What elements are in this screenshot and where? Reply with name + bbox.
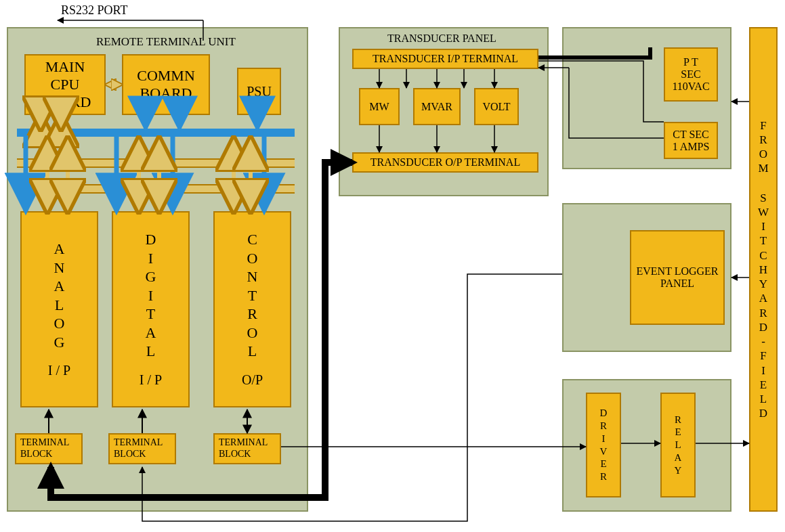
from-switchyard-field: FROM SWITCHYARD-FIELD [749, 27, 778, 512]
terminal-block-1: TERMINAL BLOCK [15, 433, 83, 464]
event-logger-box: EVENT LOGGER PANEL [630, 230, 725, 325]
commn-board: COMMN BOARD [122, 54, 210, 115]
tan-bus-1 [17, 158, 295, 168]
mw-box: MW [359, 88, 400, 125]
main-cpu-board: MAIN CPU BOARD [24, 54, 106, 115]
mvar-box: MVAR [413, 88, 461, 125]
driver-box: DRIVER [586, 393, 621, 497]
rs232-port-label: RS232 PORT [61, 3, 127, 18]
blue-bus [17, 129, 295, 137]
volt-box: VOLT [474, 88, 519, 125]
transducer-op-terminal: TRANSDUCER O/P TERMINAL [352, 152, 538, 173]
terminal-block-2: TERMINAL BLOCK [108, 433, 176, 464]
transducer-ip-terminal: TRANSDUCER I/P TERMINAL [352, 49, 538, 69]
ct-sec-box: CT SEC 1 AMPS [664, 122, 718, 159]
psu-box: PSU [237, 68, 281, 115]
transducer-panel-title: TRANSDUCER PANEL [387, 32, 496, 45]
control-op-module: CONTROL O/P [213, 211, 291, 407]
pt-sec-box: P T SEC 110VAC [664, 47, 718, 102]
terminal-block-3: TERMINAL BLOCK [213, 433, 281, 464]
rtu-title: REMOTE TERMINAL UNIT [96, 35, 236, 49]
analog-ip-module: ANALOG I / P [20, 211, 98, 407]
relay-box: RELAY [660, 393, 696, 497]
digital-ip-module: DIGITAL I / P [112, 211, 190, 407]
tan-bus-2 [17, 184, 295, 194]
